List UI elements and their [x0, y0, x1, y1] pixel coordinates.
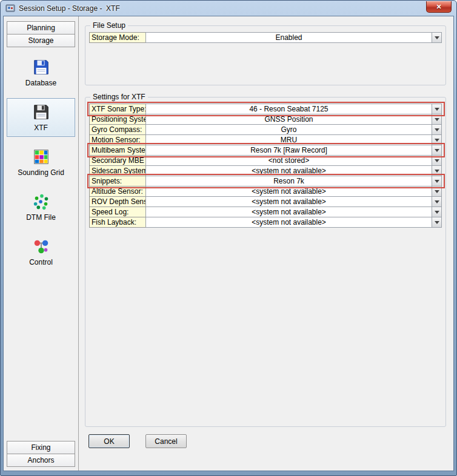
settings-title: Settings for XTF — [90, 93, 148, 101]
multibeam-system-value: Reson 7k [Raw Record] — [146, 145, 432, 155]
row-motion-sensor: Motion Sensor: MRU — [89, 134, 442, 145]
row-positioning-system: Positioning System: GNSS Position — [89, 114, 442, 125]
altitude-sensor-select[interactable]: <system not available> — [145, 186, 442, 197]
database-icon — [32, 58, 50, 76]
file-setup-title: File Setup — [90, 21, 128, 30]
row-storage-mode: Storage Mode: Enabled — [89, 32, 442, 43]
sidebar-item-xtf[interactable]: XTF — [7, 98, 75, 137]
sidescan-system-select[interactable]: <system not available> — [145, 165, 442, 176]
row-rov-depth-sensor: ROV Depth Sensor: <system not available> — [89, 196, 442, 207]
xtf-sonar-type-select[interactable]: 46 - Reson Seabat 7125 — [145, 104, 442, 114]
row-sidescan-system: Sidescan System: <system not available> — [89, 165, 442, 176]
session-setup-window: Session Setup - Storage - XTF ✕ Planning… — [0, 0, 457, 476]
motion-sensor-select[interactable]: MRU — [145, 134, 442, 145]
gyro-compass-select[interactable]: Gyro — [145, 124, 442, 135]
chevron-down-icon[interactable] — [432, 125, 441, 134]
fixing-label: Fixing — [31, 443, 50, 452]
cancel-button[interactable]: Cancel — [145, 434, 187, 448]
sounding-grid-label: Sounding Grid — [18, 168, 64, 177]
sidescan-system-label: Sidescan System: — [89, 165, 146, 176]
chevron-down-icon[interactable] — [432, 156, 441, 165]
sidebar-item-anchors[interactable]: Anchors — [7, 454, 75, 467]
speed-log-select[interactable]: <system not available> — [145, 207, 442, 217]
row-altitude-sensor: Altitude Sensor: <system not available> — [89, 186, 442, 197]
sidebar-item-fixing[interactable]: Fixing — [7, 441, 75, 454]
chevron-down-icon[interactable] — [432, 176, 441, 186]
chevron-down-icon[interactable] — [432, 217, 441, 227]
control-label: Control — [29, 258, 53, 266]
positioning-system-label: Positioning System: — [89, 114, 146, 125]
fish-layback-label: Fish Layback: — [89, 217, 146, 228]
fish-layback-select[interactable]: <system not available> — [145, 217, 442, 228]
row-gyro-compass: Gyro Compass: Gyro — [89, 124, 442, 135]
positioning-system-select[interactable]: GNSS Position — [145, 114, 442, 125]
positioning-system-value: GNSS Position — [146, 114, 432, 124]
chevron-down-icon[interactable] — [432, 135, 441, 145]
main-panel: File Setup Storage Mode: Enabled Setting… — [79, 16, 453, 471]
chevron-down-icon[interactable] — [432, 114, 441, 124]
xtf-sonar-type-label: XTF Sonar Type: — [89, 104, 146, 114]
sidebar-item-database[interactable]: Database — [7, 53, 75, 92]
storage-mode-select[interactable]: Enabled — [145, 32, 442, 43]
cancel-label: Cancel — [155, 437, 177, 446]
row-multibeam-system: Multibeam System: Reson 7k [Raw Record] — [89, 145, 442, 156]
sidebar-icon-list: Database XTF — [7, 53, 75, 441]
speed-log-label: Speed Log: — [89, 207, 146, 217]
snippets-label: Snippets: — [89, 176, 146, 187]
xtf-sonar-type-value: 46 - Reson Seabat 7125 — [146, 104, 432, 114]
close-icon: ✕ — [436, 3, 441, 11]
chevron-down-icon[interactable] — [432, 197, 441, 207]
altitude-sensor-label: Altitude Sensor: — [89, 186, 146, 197]
xtf-label: XTF — [34, 124, 48, 132]
control-icon — [32, 237, 50, 256]
settings-group: Settings for XTF XTF Sonar Type: 46 - Re… — [85, 93, 446, 427]
chevron-down-icon[interactable] — [432, 33, 441, 42]
rov-depth-sensor-select[interactable]: <system not available> — [145, 196, 442, 207]
sidebar-bottom-buttons: Fixing Anchors — [7, 441, 75, 467]
snippets-select[interactable]: Reson 7k — [145, 176, 442, 187]
window-title: Session Setup - Storage - XTF — [19, 4, 120, 13]
chevron-down-icon[interactable] — [432, 187, 441, 196]
close-button[interactable]: ✕ — [426, 1, 452, 13]
row-snippets: Snippets: Reson 7k — [89, 176, 442, 187]
database-label: Database — [25, 79, 56, 87]
motion-sensor-label: Motion Sensor: — [89, 134, 146, 145]
secondary-mbe-head-value: <not stored> — [146, 156, 432, 165]
altitude-sensor-value: <system not available> — [146, 187, 432, 196]
planning-label: Planning — [27, 24, 55, 32]
sidebar-item-control[interactable]: Control — [7, 233, 75, 271]
chevron-down-icon[interactable] — [432, 104, 441, 114]
motion-sensor-value: MRU — [146, 135, 432, 145]
dialog-footer: OK Cancel — [85, 434, 446, 448]
chevron-down-icon[interactable] — [432, 207, 441, 217]
sidebar-item-planning[interactable]: Planning — [7, 21, 75, 35]
fish-layback-value: <system not available> — [146, 217, 432, 227]
sidebar-item-storage[interactable]: Storage — [7, 34, 75, 47]
chevron-down-icon[interactable] — [432, 145, 441, 155]
gyro-compass-label: Gyro Compass: — [89, 124, 146, 135]
multibeam-system-select[interactable]: Reson 7k [Raw Record] — [145, 145, 442, 156]
multibeam-system-label: Multibeam System: — [89, 145, 146, 156]
dtm-file-icon — [32, 193, 50, 211]
row-fish-layback: Fish Layback: <system not available> — [89, 217, 442, 228]
chevron-down-icon[interactable] — [432, 166, 441, 176]
sidescan-system-value: <system not available> — [146, 166, 432, 176]
snippets-value: Reson 7k — [146, 176, 432, 186]
speed-log-value: <system not available> — [146, 207, 432, 217]
row-secondary-mbe-head: Secondary MBE Head: <not stored> — [89, 155, 442, 166]
secondary-mbe-head-select[interactable]: <not stored> — [145, 155, 442, 166]
sidebar-item-dtm-file[interactable]: DTM File — [7, 188, 75, 226]
storage-mode-label: Storage Mode: — [89, 32, 146, 43]
rov-depth-sensor-label: ROV Depth Sensor: — [89, 196, 146, 207]
ok-label: OK — [104, 437, 114, 446]
title-bar[interactable]: Session Setup - Storage - XTF ✕ — [3, 1, 454, 16]
rov-depth-sensor-value: <system not available> — [146, 197, 432, 207]
file-setup-group: File Setup Storage Mode: Enabled — [85, 21, 446, 85]
anchors-label: Anchors — [27, 456, 54, 464]
ok-button[interactable]: OK — [88, 434, 130, 448]
storage-mode-value: Enabled — [146, 33, 432, 42]
dialog-content: Planning Storage — [3, 16, 454, 471]
sidebar-item-sounding-grid[interactable]: Sounding Grid — [7, 143, 75, 182]
storage-label: Storage — [28, 36, 53, 45]
sounding-grid-icon — [32, 148, 50, 166]
